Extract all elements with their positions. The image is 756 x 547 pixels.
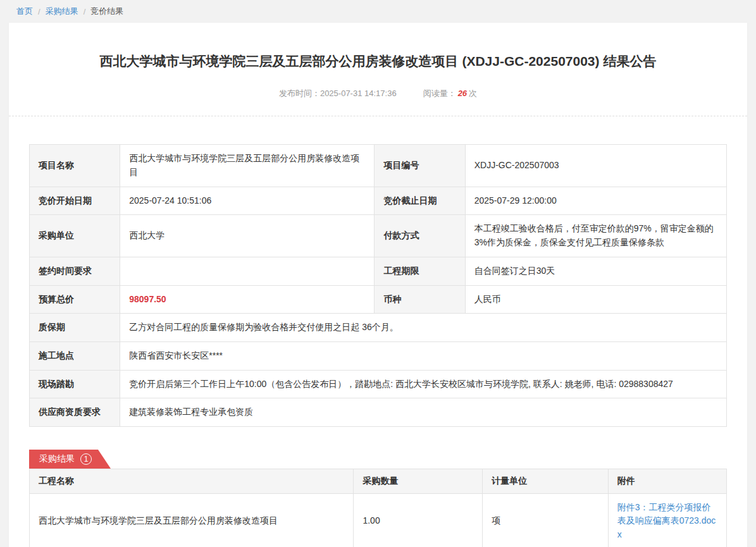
column-header-project-name: 工程名称 bbox=[30, 469, 354, 493]
breadcrumb-home-link[interactable]: 首页 bbox=[16, 6, 33, 17]
detail-label: 币种 bbox=[375, 285, 465, 314]
breadcrumb-separator: / bbox=[38, 7, 40, 16]
attachment-link[interactable]: 附件3：工程类分项报价表及响应偏离表0723.docx bbox=[617, 502, 716, 539]
table-row: 供应商资质要求 建筑装修装饰工程专业承包资质 bbox=[30, 398, 727, 427]
detail-value: 建筑装修装饰工程专业承包资质 bbox=[120, 398, 727, 427]
detail-label: 质保期 bbox=[30, 314, 120, 342]
procurement-result-table: 工程名称 采购数量 计量单位 附件 西北大学城市与环境学院三层及五层部分公用房装… bbox=[29, 469, 727, 547]
table-row: 签约时间要求 工程期限 自合同签订之日30天 bbox=[30, 257, 727, 285]
detail-value: 竞价开启后第三个工作日上午10:00（包含公告发布日），踏勘地点: 西北大学长安… bbox=[120, 370, 727, 398]
column-header-unit: 计量单位 bbox=[483, 469, 608, 493]
detail-value: 人民币 bbox=[465, 285, 726, 314]
table-row: 质保期 乙方对合同工程的质量保修期为验收合格并交付使用之日起 36个月。 bbox=[30, 314, 727, 342]
procurement-result-section-header: 采购结果 1 bbox=[29, 450, 727, 469]
table-row: 西北大学城市与环境学院三层及五层部分公用房装修改造项目 1.00 项 附件3：工… bbox=[30, 493, 727, 547]
result-project-name: 西北大学城市与环境学院三层及五层部分公用房装修改造项目 bbox=[30, 493, 354, 547]
project-details-table: 项目名称 西北大学城市与环境学院三层及五层部分公用房装修改造项目 项目编号 XD… bbox=[29, 144, 727, 427]
announcement-card: 西北大学城市与环境学院三层及五层部分公用房装修改造项目 (XDJJ-GC-202… bbox=[9, 23, 747, 547]
breadcrumb-current-page: 竞价结果 bbox=[90, 6, 123, 17]
detail-value: 乙方对合同工程的质量保修期为验收合格并交付使用之日起 36个月。 bbox=[120, 314, 727, 342]
procurement-result-count-badge: 1 bbox=[80, 453, 92, 465]
detail-label: 施工地点 bbox=[30, 341, 120, 370]
detail-value: 西北大学 bbox=[120, 215, 375, 257]
read-count-label: 阅读量： bbox=[423, 89, 456, 98]
detail-label: 竞价开始日期 bbox=[30, 187, 120, 215]
breadcrumb: 首页 / 采购结果 / 竞价结果 bbox=[0, 0, 756, 23]
publish-meta: 发布时间：2025-07-31 14:17:36阅读量：26次 bbox=[9, 88, 747, 99]
table-row: 预算总价 98097.50 币种 人民币 bbox=[30, 285, 727, 314]
breadcrumb-separator: / bbox=[84, 7, 86, 16]
detail-label: 供应商资质要求 bbox=[30, 398, 120, 427]
table-row: 施工地点 陕西省西安市长安区**** bbox=[30, 341, 727, 370]
procurement-result-badge-label: 采购结果 bbox=[39, 453, 75, 465]
dashed-divider bbox=[9, 116, 747, 116]
procurement-result-badge: 采购结果 1 bbox=[29, 450, 111, 469]
column-header-quantity: 采购数量 bbox=[354, 469, 483, 493]
page-title: 西北大学城市与环境学院三层及五层部分公用房装修改造项目 (XDJJ-GC-202… bbox=[9, 23, 747, 70]
table-header-row: 工程名称 采购数量 计量单位 附件 bbox=[30, 469, 727, 493]
table-row: 采购单位 西北大学 付款方式 本工程竣工验收合格后，付至审定价款的97%，留审定… bbox=[30, 215, 727, 257]
column-header-attachment: 附件 bbox=[608, 469, 726, 493]
detail-value: XDJJ-GC-202507003 bbox=[465, 145, 726, 187]
detail-value: 2025-07-29 12:00:00 bbox=[465, 187, 726, 215]
publish-time-value: 2025-07-31 14:17:36 bbox=[320, 89, 397, 98]
detail-label: 现场踏勘 bbox=[30, 370, 120, 398]
detail-value: 本工程竣工验收合格后，付至审定价款的97%，留审定金额的3%作为质保金，质保金支… bbox=[465, 215, 726, 257]
detail-label: 项目编号 bbox=[375, 145, 465, 187]
detail-label: 签约时间要求 bbox=[30, 257, 120, 285]
detail-label: 竞价截止日期 bbox=[375, 187, 465, 215]
detail-value: 2025-07-24 10:51:06 bbox=[120, 187, 375, 215]
breadcrumb-procurement-results-link[interactable]: 采购结果 bbox=[46, 6, 78, 17]
result-quantity: 1.00 bbox=[354, 493, 483, 547]
budget-total-value: 98097.50 bbox=[120, 285, 375, 314]
detail-value: 自合同签订之日30天 bbox=[465, 257, 726, 285]
detail-label: 预算总价 bbox=[30, 285, 120, 314]
result-attachment-cell: 附件3：工程类分项报价表及响应偏离表0723.docx bbox=[608, 493, 726, 547]
table-row: 竞价开始日期 2025-07-24 10:51:06 竞价截止日期 2025-0… bbox=[30, 187, 727, 215]
read-count-value: 26 bbox=[458, 89, 467, 98]
detail-value: 西北大学城市与环境学院三层及五层部分公用房装修改造项目 bbox=[120, 145, 375, 187]
detail-label: 付款方式 bbox=[375, 215, 465, 257]
table-row: 项目名称 西北大学城市与环境学院三层及五层部分公用房装修改造项目 项目编号 XD… bbox=[30, 145, 727, 187]
detail-value bbox=[120, 257, 375, 285]
read-count-unit: 次 bbox=[469, 89, 477, 98]
detail-label: 工程期限 bbox=[375, 257, 465, 285]
detail-value: 陕西省西安市长安区**** bbox=[120, 341, 727, 370]
result-unit: 项 bbox=[483, 493, 608, 547]
table-row: 现场踏勘 竞价开启后第三个工作日上午10:00（包含公告发布日），踏勘地点: 西… bbox=[30, 370, 727, 398]
publish-time-label: 发布时间： bbox=[279, 89, 320, 98]
detail-label: 采购单位 bbox=[30, 215, 120, 257]
detail-label: 项目名称 bbox=[30, 145, 120, 187]
